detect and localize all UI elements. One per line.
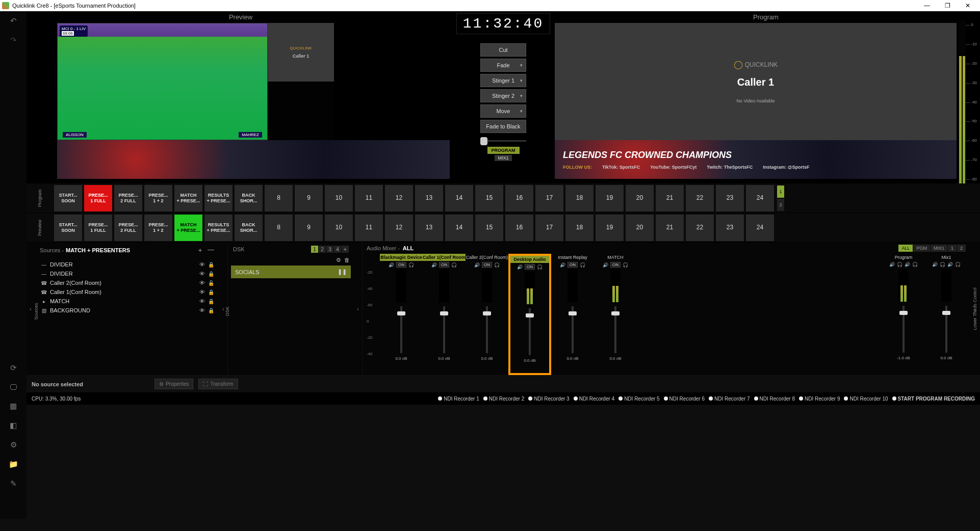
scene-slot[interactable]: 24 <box>746 215 774 241</box>
lock-icon[interactable]: 🔒 <box>208 299 214 304</box>
scene-slot[interactable]: PRESE...1 FULL <box>84 215 112 241</box>
scene-slot[interactable]: 19 <box>596 185 624 211</box>
dsk-tab[interactable]: + <box>342 246 349 253</box>
fade-to-black-button[interactable]: Fade to Black <box>480 120 526 133</box>
scene-slot[interactable]: 14 <box>445 185 473 211</box>
scene-slot[interactable]: 24 <box>746 185 774 211</box>
scene-slot[interactable]: BACKSHOR... <box>235 215 263 241</box>
grid-icon[interactable]: ◧ <box>10 421 17 430</box>
scene-slot[interactable]: 22 <box>686 185 714 211</box>
scene-slot[interactable]: 17 <box>535 185 563 211</box>
scene-slot[interactable]: 21 <box>656 215 684 241</box>
headphone-icon[interactable]: 🎧 <box>451 262 457 268</box>
ndi-recorder[interactable]: NDI Recorder 1 <box>438 396 479 402</box>
folder-icon[interactable]: 📁 <box>9 460 18 469</box>
ndi-recorder[interactable]: NDI Recorder 8 <box>754 396 795 402</box>
scene-slot[interactable]: 23 <box>716 185 744 211</box>
collapse-dsk-right[interactable]: ‹ <box>354 243 362 375</box>
wand-icon[interactable]: ✎ <box>10 479 17 488</box>
scene-slot[interactable]: 16 <box>505 215 533 241</box>
scene-slot[interactable]: 23 <box>716 215 744 241</box>
add-source-icon[interactable]: ＋ <box>197 246 203 255</box>
redo-icon[interactable]: ↷ <box>10 36 17 45</box>
scene-slot[interactable]: 10 <box>325 215 353 241</box>
scene-slot[interactable]: RESULTS+ PRESE... <box>204 215 233 241</box>
scene-slot[interactable]: PRESE...1 FULL <box>84 185 112 211</box>
scene-slot[interactable]: 11 <box>355 185 383 211</box>
scene-slot[interactable]: 20 <box>626 185 654 211</box>
headphone-icon[interactable]: 🎧 <box>537 264 543 270</box>
headphone-icon[interactable]: 🎧 <box>623 262 628 268</box>
scene-slot[interactable]: 13 <box>415 185 443 211</box>
speaker-icon[interactable]: 🔊 <box>560 262 565 268</box>
scene-slot[interactable]: BACKSHOR... <box>235 185 263 211</box>
fader[interactable] <box>400 306 402 353</box>
ndi-recorder[interactable]: NDI Recorder 7 <box>709 396 750 402</box>
speaker-icon[interactable]: 🔊 <box>932 262 938 267</box>
lock-icon[interactable]: 🔒 <box>208 308 214 313</box>
ndi-recorder[interactable]: NDI Recorder 4 <box>574 396 614 402</box>
speaker-icon[interactable]: 🔊 <box>431 262 437 268</box>
headphone-icon[interactable]: 🎧 <box>494 262 500 268</box>
undo-icon[interactable]: ↶ <box>10 16 17 25</box>
speaker-icon[interactable]: 🔊 <box>474 262 480 268</box>
visibility-icon[interactable]: 👁 <box>199 307 205 313</box>
stinger2-button[interactable]: Stinger 2 <box>480 89 526 102</box>
stinger1-button[interactable]: Stinger 1 <box>480 74 526 87</box>
scene-slot[interactable]: 20 <box>626 215 654 241</box>
monitor-icon[interactable]: 🖵 <box>10 383 17 391</box>
scene-slot[interactable]: 11 <box>355 215 383 241</box>
scene-slot[interactable]: 9 <box>295 215 323 241</box>
scene-slot[interactable]: 16 <box>505 185 533 211</box>
mixer-filter-tab[interactable]: PGM <box>913 245 930 252</box>
scene-pages[interactable]: 1 2 <box>777 185 784 211</box>
on-button[interactable]: ON <box>439 262 449 268</box>
dsk-tab[interactable]: 1 <box>311 246 318 253</box>
source-item[interactable]: ▧BACKGROUND👁🔒 <box>39 306 215 315</box>
source-item[interactable]: —DIVIDER👁🔒 <box>39 269 215 278</box>
ndi-recorder[interactable]: NDI Recorder 10 <box>844 396 888 402</box>
scene-slot[interactable]: 13 <box>415 215 443 241</box>
scene-slot[interactable]: 18 <box>565 215 594 241</box>
ndi-recorder[interactable]: NDI Recorder 2 <box>483 396 524 402</box>
scene-slot[interactable]: PRESE...2 FULL <box>114 185 142 211</box>
lock-icon[interactable]: 🔒 <box>208 289 214 295</box>
ndi-recorder[interactable]: NDI Recorder 3 <box>528 396 569 402</box>
preview-pip-caller1[interactable]: QUICKLINK Caller 1 <box>268 23 334 82</box>
mixer-filter-tab[interactable]: 2 <box>957 245 966 252</box>
preview-game-feed[interactable]: MCI 0 - 1 LIV68:06 ALISSON MAHREZ <box>57 23 268 140</box>
minimize-button[interactable]: — <box>917 2 937 9</box>
fader[interactable] <box>529 308 531 355</box>
source-item[interactable]: —DIVIDER👁🔒 <box>39 260 215 269</box>
t-bar[interactable] <box>480 140 526 142</box>
source-item[interactable]: ☎Caller 2(Conf Room)👁🔓 <box>39 278 215 287</box>
on-button[interactable]: ON <box>525 264 535 270</box>
lock-icon[interactable]: 🔒 <box>208 262 214 268</box>
cut-button[interactable]: Cut <box>480 43 526 57</box>
source-item[interactable]: ▸MATCH👁🔒 <box>39 297 215 306</box>
scene-slot[interactable]: 12 <box>385 215 413 241</box>
on-button[interactable]: ON <box>396 262 406 268</box>
scene-slot[interactable]: PRESE...1 + 2 <box>144 185 172 211</box>
scene-slot[interactable]: PRESE...1 + 2 <box>144 215 172 241</box>
mixer-filter-tab[interactable]: 1 <box>948 245 957 252</box>
scene-slot[interactable]: MATCH+ PRESE... <box>174 215 202 241</box>
move-button[interactable]: Move <box>480 104 526 118</box>
scene-slot[interactable]: 19 <box>596 215 624 241</box>
speaker-icon[interactable]: 🔊 <box>905 262 910 267</box>
scene-slot[interactable]: 10 <box>325 185 353 211</box>
mixer-filter-tab[interactable]: MIX1 <box>931 245 947 252</box>
visibility-icon[interactable]: 👁 <box>199 280 205 286</box>
start-recording-button[interactable]: START PROGRAM RECORDING <box>892 396 975 402</box>
on-button[interactable]: ON <box>482 262 492 268</box>
preview-pip-empty[interactable] <box>268 82 334 140</box>
scene-slot[interactable]: PRESE...2 FULL <box>114 215 142 241</box>
lock-icon[interactable]: 🔒 <box>208 271 214 277</box>
scene-slot[interactable]: 21 <box>656 185 684 211</box>
maximize-button[interactable]: ❐ <box>937 2 958 9</box>
properties-button[interactable]: ⚙Properties <box>154 379 194 389</box>
headphone-icon[interactable]: 🎧 <box>955 262 961 267</box>
settings-icon[interactable]: ⚙ <box>10 440 17 449</box>
scene-slot[interactable]: START...SOON <box>54 185 82 211</box>
speaker-icon[interactable]: 🔊 <box>517 264 523 270</box>
